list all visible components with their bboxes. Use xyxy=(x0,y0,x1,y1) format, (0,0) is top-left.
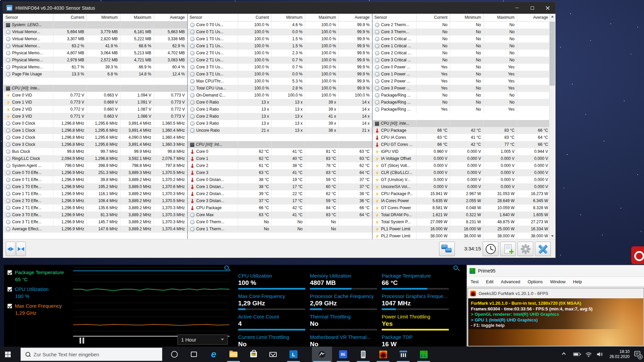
task-view-button[interactable] xyxy=(186,347,202,362)
sensor-row[interactable]: GT (Slice) Volt...0.000 V0.000 V0.000 V0… xyxy=(373,162,550,169)
close-button[interactable] xyxy=(540,2,555,14)
sensor-row[interactable]: Max CPU/Thr...100.0 %5.3 %100.0 %99.9 % xyxy=(188,78,372,85)
column-header[interactable]: Minimum xyxy=(87,14,120,21)
taskbar-item-mail[interactable] xyxy=(265,347,281,362)
sensor-row[interactable]: Core 2 T0 Us...100.0 %2.3 %100.0 %99.9 % xyxy=(188,50,372,57)
sensor-section-row[interactable]: CPU [#0]: Int... xyxy=(188,141,372,148)
sensor-row[interactable]: Core 062 °C41 °C81 °C63 °C xyxy=(188,148,372,155)
taskbar-item-explorer[interactable] xyxy=(226,347,241,362)
sensor-row[interactable]: GT (Unslice) V...0.000 V0.000 V0.000 V0.… xyxy=(373,176,550,183)
sensor-row[interactable]: Core 3 VID0.771 V0.663 V1.086 V0.773 V xyxy=(4,113,187,120)
sensor-row[interactable]: Core 0 T0 Us...100.0 %4.6 %100.0 %99.9 % xyxy=(188,21,372,28)
sensor-section-row[interactable]: System: LENO... xyxy=(4,21,187,28)
column-header[interactable]: Minimum xyxy=(271,14,305,21)
scrollbar-thumb[interactable] xyxy=(550,22,555,85)
sensor-row[interactable]: Core 0 Therm...NoNoNo xyxy=(188,219,372,226)
sensor-row[interactable]: Core 1 Ratio13 x13 x39 x14 x xyxy=(188,106,372,113)
sensor-row[interactable]: Page File Usage13.3 %6.8 %14.8 %12.4 % xyxy=(4,71,187,78)
sensor-row[interactable]: Core 2 VID0.772 V0.660 V1.087 V0.772 V xyxy=(4,106,187,113)
sensor-row[interactable]: Core 3 Therm...NoNoNo xyxy=(373,28,550,36)
tray-clock[interactable]: 18:10 26.02.2020 xyxy=(609,349,630,359)
taskbar-item-office[interactable]: L xyxy=(286,347,301,362)
reset-clock-button[interactable] xyxy=(483,242,498,256)
speaker-icon[interactable] xyxy=(597,352,603,357)
remote-sensors-button[interactable] xyxy=(439,242,455,256)
sensor-row[interactable]: Core 1 Therm...NoNoNo xyxy=(188,226,372,233)
settings-button[interactable] xyxy=(518,242,533,256)
sensor-row[interactable]: Virtual Memor...63.2 %41.9 %68.6 %62.9 % xyxy=(4,43,187,50)
sensor-row[interactable]: IA Cores Power5.635 W2.055 W28.649 W6.34… xyxy=(373,197,550,204)
sensor-row[interactable]: Core 0 Ratio13 x13 x39 x14 x xyxy=(188,99,372,106)
sensor-row[interactable]: Package/Ring ...YesNoYes xyxy=(373,106,550,113)
sensor-row[interactable]: Core 2 Distan...39 °C22 °C62 °C38 °C xyxy=(188,190,372,197)
time-range-dropdown[interactable]: 1 Hour xyxy=(177,335,228,345)
sensor-row[interactable]: Core 0 T1 Effe...1,296.9 MHz39.8 MHz3,88… xyxy=(4,176,187,183)
sensor-row[interactable]: Core 3 T1 Us...100.0 %0.0 %100.0 %99.9 % xyxy=(188,71,372,78)
maximize-button[interactable] xyxy=(525,2,540,14)
tray-expand-icon[interactable] xyxy=(562,352,566,356)
taskbar-search[interactable] xyxy=(20,348,162,361)
sensor-row[interactable]: Physical Memo...2,978 MB2,572 MB4,721 MB… xyxy=(4,57,187,64)
sensor-row[interactable]: IA Voltage Offset0.000 V0.000 V0.000 V0.… xyxy=(373,155,550,162)
sensor-row[interactable]: Core 3 T0 Us...100.0 %0.7 %100.0 %99.9 % xyxy=(188,64,372,71)
action-center-button[interactable]: 1 xyxy=(634,351,641,358)
collapse-columns-button[interactable] xyxy=(16,242,26,256)
column-header[interactable]: Maximum xyxy=(483,14,517,21)
cortana-button[interactable] xyxy=(167,347,182,362)
taskbar-item-store[interactable] xyxy=(246,347,261,362)
prime95-titlebar[interactable]: P2-1 Prime95 xyxy=(467,265,644,277)
sensor-row[interactable]: Core 0 Critical ...NoNoNo xyxy=(373,36,550,43)
sensor-row[interactable]: Core Max63 °C41 °C83 °C64 °C xyxy=(188,212,372,219)
sensor-row[interactable]: Physical Memo...4,807 MB3,064 MB5,213 MB… xyxy=(4,50,187,57)
vertical-scrollbar[interactable] xyxy=(549,14,555,239)
sensor-row[interactable]: Total DRAM Po...1.621 W0.322 W1.640 W1.6… xyxy=(373,212,550,219)
sensor-row[interactable]: Average Effect...1,296.9 MHz147.6 MHz3,8… xyxy=(4,226,187,233)
taskbar-item-prime95[interactable]: P2-1 xyxy=(416,347,431,362)
hwinfo-titlebar[interactable]: HWiNFO64 v6.20-4030 Sensor Status xyxy=(3,2,555,14)
sensor-row[interactable]: PL2 Power Limit38.000 W38.000 W38.000 W3… xyxy=(373,233,550,239)
sensor-row[interactable]: Core 2 Power ...YesNoYes xyxy=(373,78,550,85)
sensor-row[interactable]: Core 1 T1 Us...100.0 %1.5 %100.0 %99.9 % xyxy=(188,43,372,50)
column-header[interactable]: Maximum xyxy=(120,14,154,21)
sensor-row[interactable]: Core 162 °C40 °C83 °C63 °C xyxy=(188,155,372,162)
sensor-row[interactable]: Core 1 Clock1,296.8 MHz1,295.6 MHz3,891.… xyxy=(4,127,187,134)
column-header[interactable]: Sensor xyxy=(4,14,53,21)
sensor-row[interactable]: On-Demand C...100.0 %100.0 %100.0 %100.0… xyxy=(188,92,372,99)
taskbar-item-be[interactable]: BE xyxy=(335,347,351,362)
sensor-row[interactable]: Total CPU Usa...100.0 %2.8 %100.0 %99.9 … xyxy=(188,85,372,92)
sensor-row[interactable]: Core 3 Critical ...NoNoNo xyxy=(373,57,550,64)
sensor-row[interactable]: CPU GT Cores ...66 °C42 °C77 °C66 °C xyxy=(373,141,550,148)
sensor-row[interactable]: Core 1 VID0.773 V0.669 V1.091 V0.773 V xyxy=(4,99,187,106)
sensor-row[interactable]: Core 3 Clock1,296.8 MHz1,295.6 MHz3,891.… xyxy=(4,141,187,148)
sensor-row[interactable]: Core 2 T1 Effe...1,296.9 MHz135.6 MHz3,8… xyxy=(4,204,187,212)
sensor-row[interactable]: PL1 Power Limit16.000 W16.000 W25.000 W1… xyxy=(373,226,550,233)
sensor-row[interactable]: Package/Ring ...NoNoNo xyxy=(373,92,550,99)
menu-item-advanced[interactable]: Advanced xyxy=(497,279,524,284)
sensor-row[interactable]: Core 0 T1 Us...100.0 %0.0 %100.0 %99.9 % xyxy=(188,28,372,36)
sensor-row[interactable]: Virtual Memor...3,307 MB2,820 MB5,222 MB… xyxy=(4,36,187,43)
sensor-row[interactable]: iGPU VID0.960 V0.000 V1.005 V0.944 V xyxy=(373,148,550,155)
sensor-row[interactable]: Core 2 Ratio13 x13 x41 x14 x xyxy=(188,113,372,120)
sensor-row[interactable]: Core 363 °C41 °C83 °C64 °C xyxy=(188,169,372,176)
column-header[interactable]: Sensor xyxy=(188,14,238,21)
expand-columns-button[interactable] xyxy=(6,242,15,256)
column-header[interactable]: Average xyxy=(154,14,187,21)
column-header[interactable]: Current xyxy=(53,14,87,21)
minimize-button[interactable] xyxy=(509,2,525,14)
sensor-row[interactable]: Uncore/SA Vol...0.000 V0.000 V0.000 V0.0… xyxy=(373,183,550,190)
taskbar-item-furmark[interactable] xyxy=(375,347,391,362)
sensor-row[interactable]: Core 0 T0 Effe...1,296.9 MHz251.3 MHz3,8… xyxy=(4,169,187,176)
menu-item-help[interactable]: Help xyxy=(569,279,586,284)
column-header[interactable]: Sensor xyxy=(373,14,416,21)
monitor-graph[interactable] xyxy=(73,267,229,337)
close-sensors-button[interactable] xyxy=(535,242,551,256)
sensor-row[interactable]: Core 3 T1 Effe...1,296.9 MHz145.7 MHz3,8… xyxy=(4,219,187,226)
sensor-row[interactable]: Physical Memo...61.7 %39.3 %66.9 %60.4 % xyxy=(4,64,187,71)
legend-checkbox[interactable] xyxy=(7,270,12,275)
sensor-row[interactable]: Uncore Ratio21 x13 x36 x21 x xyxy=(188,127,372,134)
sensor-row[interactable]: Core 1 Critical ...NoNoNo xyxy=(373,43,550,50)
graph-zoom-icon[interactable] xyxy=(224,265,229,270)
sensor-row[interactable]: CLR (CBo/LLC/...0.000 V0.000 V0.000 V0.0… xyxy=(373,169,550,176)
sensor-row[interactable]: Core 3 T0 Effe...1,296.9 MHz81.3 MHz3,88… xyxy=(4,212,187,219)
furmark-titlebar[interactable]: Geeks3D FurMark v1.20.1.0 - 6FPS xyxy=(468,288,644,298)
